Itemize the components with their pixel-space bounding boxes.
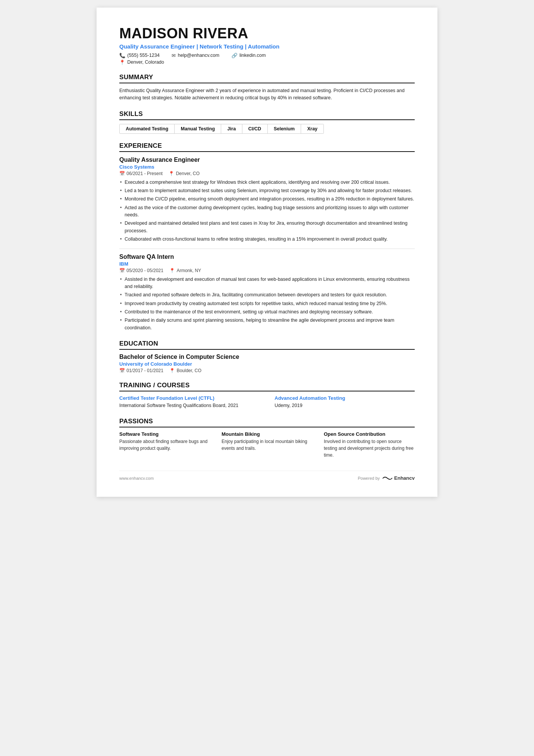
passions-grid: Software Testing Passionate about findin… (119, 431, 415, 459)
footer-website: www.enhancv.com (119, 476, 154, 481)
passion-3-title: Open Source Contribution (324, 431, 415, 437)
job-1-location: 📍 Denver, CO (169, 171, 200, 176)
job-1-bullets: Executed a comprehensive test strategy f… (119, 179, 415, 243)
passion-2-desc: Enjoy participating in local mountain bi… (222, 438, 312, 452)
skills-list: Automated Testing Manual Testing Jira CI… (119, 124, 324, 134)
calendar-icon-2: 📅 (119, 268, 125, 273)
skill-item-manual-testing: Manual Testing (175, 124, 221, 133)
job-1: Quality Assurance Engineer Cisco Systems… (119, 157, 415, 243)
job-1-date: 📅 06/2021 - Present (119, 171, 162, 176)
skill-item-selenium: Selenium (268, 124, 301, 133)
job-2-bullets: Assisted in the development and executio… (119, 276, 415, 332)
powered-by-text: Powered by (358, 476, 380, 481)
summary-title: SUMMARY (119, 74, 415, 83)
email-address: help@enhancv.com (178, 53, 219, 58)
contact-info: 📞 (555) 555-1234 ✉ help@enhancv.com 🔗 li… (119, 53, 415, 58)
job-2-meta: 📅 05/2020 - 05/2021 📍 Armonk, NY (119, 268, 415, 273)
job-2-location: 📍 Armonk, NY (169, 268, 201, 273)
job-2-company: IBM (119, 261, 415, 267)
edu-meta-date: 📅 01/2017 - 01/2021 (119, 368, 163, 373)
experience-title: EXPERIENCE (119, 142, 415, 152)
bullet-item: Led a team to implement automated test s… (119, 187, 415, 194)
calendar-icon: 📅 (119, 171, 125, 176)
bullet-item: Contributed to the maintenance of the te… (119, 308, 415, 316)
job-2-date: 📅 05/2020 - 05/2021 (119, 268, 163, 273)
job-2: Software QA Intern IBM 📅 05/2020 - 05/20… (119, 254, 415, 332)
edu-degree: Bachelor of Science in Computer Science (119, 354, 415, 360)
passion-item-1: Software Testing Passionate about findin… (119, 431, 210, 459)
linkedin-icon: 🔗 (231, 53, 237, 58)
footer: www.enhancv.com Powered by Enhancv (119, 471, 415, 482)
linkedin-contact: 🔗 linkedin.com (231, 53, 265, 58)
summary-section: SUMMARY Enthusiastic Quality Assurance E… (119, 74, 415, 102)
job-1-company: Cisco Systems (119, 164, 415, 170)
location-icon-1: 📍 (169, 171, 174, 176)
experience-section: EXPERIENCE Quality Assurance Engineer Ci… (119, 142, 415, 332)
skills-title: SKILLS (119, 110, 415, 120)
bullet-item: Monitored the CI/CD pipeline, ensuring s… (119, 196, 415, 203)
job-1-meta: 📅 06/2021 - Present 📍 Denver, CO (119, 171, 415, 176)
passions-section: PASSIONS Software Testing Passionate abo… (119, 418, 415, 459)
bullet-item: Tracked and reported software defects in… (119, 291, 415, 299)
job-1-title: Quality Assurance Engineer (119, 157, 415, 163)
skill-item-jira: Jira (221, 124, 242, 133)
training-item-1: Certified Tester Foundation Level (CTFL)… (119, 395, 259, 409)
training-item-2: Advanced Automation Testing Udemy, 2019 (275, 395, 415, 409)
bullet-item: Developed and maintained detailed test p… (119, 220, 415, 235)
training-title: TRAINING / COURSES (119, 382, 415, 391)
enhancv-logo: Enhancv (382, 475, 415, 482)
bullet-item: Acted as the voice of the customer durin… (119, 204, 415, 219)
edu-item-1: Bachelor of Science in Computer Science … (119, 354, 415, 373)
edu-meta-loc: 📍 Boulder, CO (169, 368, 201, 373)
training-2-name: Advanced Automation Testing (275, 395, 415, 401)
skill-item-cicd: CI/CD (242, 124, 268, 133)
passion-2-title: Mountain Biking (222, 431, 312, 437)
training-1-name: Certified Tester Foundation Level (CTFL) (119, 395, 259, 401)
enhancv-logo-icon (382, 475, 393, 482)
skill-item-xray: Xray (301, 124, 323, 133)
skills-section: SKILLS Automated Testing Manual Testing … (119, 110, 415, 134)
location-pin-icon: 📍 (119, 59, 125, 65)
location-info: 📍 Denver, Colorado (119, 59, 415, 65)
passion-1-title: Software Testing (119, 431, 210, 437)
location-icon-edu: 📍 (169, 368, 175, 373)
bullet-item: Assisted in the development and executio… (119, 276, 415, 291)
training-1-org: International Software Testing Qualifica… (119, 402, 259, 409)
linkedin-url: linkedin.com (239, 53, 265, 58)
edu-meta: 📅 01/2017 - 01/2021 📍 Boulder, CO (119, 368, 415, 373)
passion-3-desc: Involved in contributing to open source … (324, 438, 415, 459)
candidate-name: MADISON RIVERA (119, 26, 415, 42)
candidate-title: Quality Assurance Engineer | Network Tes… (119, 43, 415, 50)
passion-item-2: Mountain Biking Enjoy participating in l… (222, 431, 312, 459)
training-section: TRAINING / COURSES Certified Tester Foun… (119, 382, 415, 409)
phone-number: (555) 555-1234 (127, 53, 159, 58)
passions-title: PASSIONS (119, 418, 415, 427)
training-2-org: Udemy, 2019 (275, 402, 415, 409)
training-grid: Certified Tester Foundation Level (CTFL)… (119, 395, 415, 409)
bullet-item: Executed a comprehensive test strategy f… (119, 179, 415, 186)
phone-icon: 📞 (119, 53, 125, 58)
edu-school: University of Colorado Boulder (119, 361, 415, 367)
passion-1-desc: Passionate about finding software bugs a… (119, 438, 210, 452)
email-contact: ✉ help@enhancv.com (172, 53, 219, 58)
skill-item-automated-testing: Automated Testing (120, 124, 175, 133)
job-2-title: Software QA Intern (119, 254, 415, 260)
footer-brand: Powered by Enhancv (358, 475, 415, 482)
education-title: EDUCATION (119, 340, 415, 350)
email-icon: ✉ (172, 53, 176, 58)
bullet-item: Collaborated with cross-functional teams… (119, 236, 415, 243)
phone-contact: 📞 (555) 555-1234 (119, 53, 159, 58)
location-text: Denver, Colorado (127, 59, 164, 65)
bullet-item: Participated in daily scrums and sprint … (119, 317, 415, 332)
resume-page: MADISON RIVERA Quality Assurance Enginee… (97, 8, 437, 497)
education-section: EDUCATION Bachelor of Science in Compute… (119, 340, 415, 373)
location-icon-2: 📍 (169, 268, 175, 273)
header: MADISON RIVERA Quality Assurance Enginee… (119, 26, 415, 65)
job-divider (119, 249, 415, 249)
bullet-item: Improved team productivity by creating a… (119, 300, 415, 307)
calendar-icon-edu: 📅 (119, 368, 125, 373)
passion-item-3: Open Source Contribution Involved in con… (324, 431, 415, 459)
brand-name: Enhancv (394, 475, 415, 481)
summary-text: Enthusiastic Quality Assurance Engineer … (119, 87, 415, 102)
